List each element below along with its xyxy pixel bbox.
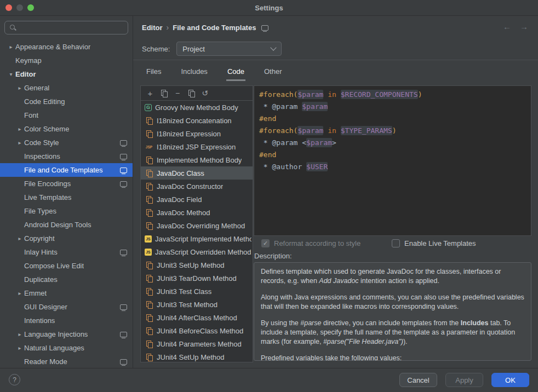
sidebar-item-label: File Encodings: [24, 180, 71, 188]
sidebar-item-language-injections[interactable]: ▸Language Injections: [0, 327, 133, 341]
sidebar-item-code-editing[interactable]: Code Editing: [0, 95, 133, 108]
toolbar-duplicate-button[interactable]: [185, 88, 197, 99]
template-item-junit4-setup-method[interactable]: JUnit4 SetUp Method: [141, 350, 253, 362]
minimize-button[interactable]: [16, 4, 23, 11]
sidebar-item-editor[interactable]: ▾Editor: [0, 67, 133, 81]
template-item-label: JUnit4 AfterClass Method: [157, 314, 237, 322]
code-line: * @author $USER: [259, 161, 526, 173]
close-button[interactable]: [5, 4, 12, 11]
chevron-right-icon[interactable]: ▸: [15, 345, 24, 351]
sidebar-item-label: Android Design Tools: [24, 221, 91, 229]
template-icon: [145, 287, 153, 296]
template-item-i18nized-concatenation[interactable]: I18nized Concatenation: [141, 114, 253, 127]
enable-live-templates-checkbox[interactable]: Enable Live Templates: [392, 239, 476, 247]
template-item-javascript-implemented-method[interactable]: JSJavaScript Implemented Method: [141, 232, 253, 245]
template-item-junit4-afterclass-method[interactable]: JUnit4 AfterClass Method: [141, 311, 253, 324]
sidebar-item-compose-live-edit[interactable]: Compose Live Edit: [0, 259, 133, 273]
sidebar-item-label: GUI Designer: [24, 303, 67, 311]
tab-includes[interactable]: Includes: [180, 66, 208, 81]
chevron-right-icon[interactable]: ▸: [15, 140, 24, 146]
toolbar-remove-button[interactable]: [171, 88, 184, 99]
sidebar-item-duplicates[interactable]: Duplicates: [0, 273, 133, 286]
description-panel[interactable]: Defines template which used to generate …: [254, 262, 531, 361]
breadcrumb-item-file-and-code-templates[interactable]: File and Code Templates: [173, 24, 256, 32]
template-item-i18nized-jsp-expression[interactable]: JSPI18nized JSP Expression: [141, 140, 253, 153]
template-item-javadoc-field[interactable]: JavaDoc Field: [141, 193, 253, 206]
tab-other[interactable]: Other: [263, 66, 283, 81]
sidebar-item-gui-designer[interactable]: GUI Designer: [0, 300, 133, 314]
add-icon: [148, 89, 153, 97]
duplicate-icon: [187, 89, 195, 97]
template-item-junit3-teardown-method[interactable]: JUnit3 TearDown Method: [141, 272, 253, 285]
template-item-javadoc-overriding-method[interactable]: JavaDoc Overriding Method: [141, 219, 253, 232]
sidebar-item-intentions[interactable]: Intentions: [0, 314, 133, 327]
chevron-right-icon[interactable]: ▸: [7, 44, 15, 50]
template-item-implemented-method-body[interactable]: Implemented Method Body: [141, 153, 253, 166]
sidebar-item-file-encodings[interactable]: File Encodings: [0, 177, 133, 191]
ok-button[interactable]: OK: [491, 373, 529, 387]
sidebar-item-code-style[interactable]: ▸Code Style: [0, 136, 133, 149]
sidebar-item-font[interactable]: Font: [0, 108, 133, 122]
monitor-icon: [120, 140, 127, 146]
sidebar-item-file-and-code-templates[interactable]: File and Code Templates: [0, 163, 133, 177]
sidebar-item-color-scheme[interactable]: ▸Color Scheme: [0, 122, 133, 136]
back-button[interactable]: ←: [503, 22, 511, 31]
toolbar-copy-button[interactable]: [158, 88, 170, 99]
settings-search[interactable]: [4, 21, 128, 34]
sidebar-item-live-templates[interactable]: Live Templates: [0, 191, 133, 204]
forward-button[interactable]: →: [520, 22, 528, 31]
scheme-select[interactable]: Project: [176, 42, 282, 56]
sidebar-item-label: Language Injections: [24, 330, 88, 338]
zoom-button[interactable]: [27, 4, 34, 11]
template-item-label: JUnit4 BeforeClass Method: [157, 327, 243, 335]
template-item-javadoc-method[interactable]: JavaDoc Method: [141, 206, 253, 219]
apply-button[interactable]: Apply: [445, 373, 483, 387]
chevron-right-icon[interactable]: ▸: [15, 126, 24, 132]
sidebar-item-emmet[interactable]: ▸Emmet: [0, 286, 133, 300]
monitor-icon: [120, 304, 127, 310]
footer-buttons: Cancel Apply OK: [399, 373, 529, 387]
chevron-right-icon[interactable]: ▸: [15, 85, 24, 91]
chevron-right-icon[interactable]: ▸: [15, 290, 24, 296]
chevron-right-icon[interactable]: ▸: [15, 235, 24, 241]
template-item-javadoc-constructor[interactable]: JavaDoc Constructor: [141, 180, 253, 193]
template-item-junit3-test-method[interactable]: JUnit3 Test Method: [141, 298, 253, 311]
chevron-right-icon[interactable]: ▸: [15, 331, 24, 337]
sidebar-item-copyright[interactable]: ▸Copyright: [0, 232, 133, 245]
template-item-junit3-test-class[interactable]: JUnit3 Test Class: [141, 285, 253, 298]
template-icon: [145, 195, 153, 204]
sidebar-item-file-types[interactable]: File Types: [0, 204, 133, 218]
template-item-groovy-new-method-body[interactable]: GGroovy New Method Body: [141, 101, 253, 114]
sidebar-item-appearance-behavior[interactable]: ▸Appearance & Behavior: [0, 40, 133, 54]
toolbar-add-button[interactable]: [144, 88, 156, 99]
sidebar-item-inlay-hints[interactable]: Inlay Hints: [0, 245, 133, 259]
sidebar-item-inspections[interactable]: Inspections: [0, 149, 133, 163]
sidebar-item-keymap[interactable]: Keymap: [0, 54, 133, 67]
tab-code[interactable]: Code: [226, 66, 245, 81]
cancel-button[interactable]: Cancel: [399, 373, 437, 387]
breadcrumb-item-editor[interactable]: Editor: [142, 24, 163, 32]
template-item-javascript-overridden-method[interactable]: JSJavaScript Overridden Method: [141, 245, 253, 258]
template-editor[interactable]: #foreach($param in $RECORD_COMPONENTS) *…: [254, 85, 531, 236]
sidebar-item-android-design-tools[interactable]: Android Design Tools: [0, 218, 133, 232]
sidebar-item-reader-mode[interactable]: Reader Mode: [0, 355, 133, 368]
template-item-junit4-parameters-method[interactable]: JUnit4 Parameters Method: [141, 337, 253, 350]
template-item-javadoc-class[interactable]: JavaDoc Class: [141, 166, 253, 180]
sidebar-item-label: File Types: [24, 207, 56, 215]
chevron-down-icon[interactable]: ▾: [7, 71, 15, 77]
monitor-icon: [261, 25, 268, 31]
template-item-label: JavaScript Overridden Method: [155, 248, 251, 256]
template-item-label: JavaDoc Constructor: [157, 182, 223, 191]
help-button[interactable]: ?: [9, 374, 20, 385]
reformat-checkbox[interactable]: ✓ Reformat according to style: [261, 239, 360, 247]
tab-files[interactable]: Files: [145, 66, 162, 81]
template-item-i18nized-expression[interactable]: I18nized Expression: [141, 127, 253, 140]
toolbar-revert-button[interactable]: [199, 88, 211, 99]
sidebar-item-natural-languages[interactable]: ▸Natural Languages: [0, 341, 133, 355]
template-item-junit4-beforeclass-method[interactable]: JUnit4 BeforeClass Method: [141, 324, 253, 337]
template-icon: [145, 155, 153, 164]
sidebar-item-general[interactable]: ▸General: [0, 81, 133, 95]
template-item-label: I18nized JSP Expression: [157, 143, 236, 151]
template-item-junit3-setup-method[interactable]: JUnit3 SetUp Method: [141, 258, 253, 272]
search-input[interactable]: [20, 23, 123, 32]
